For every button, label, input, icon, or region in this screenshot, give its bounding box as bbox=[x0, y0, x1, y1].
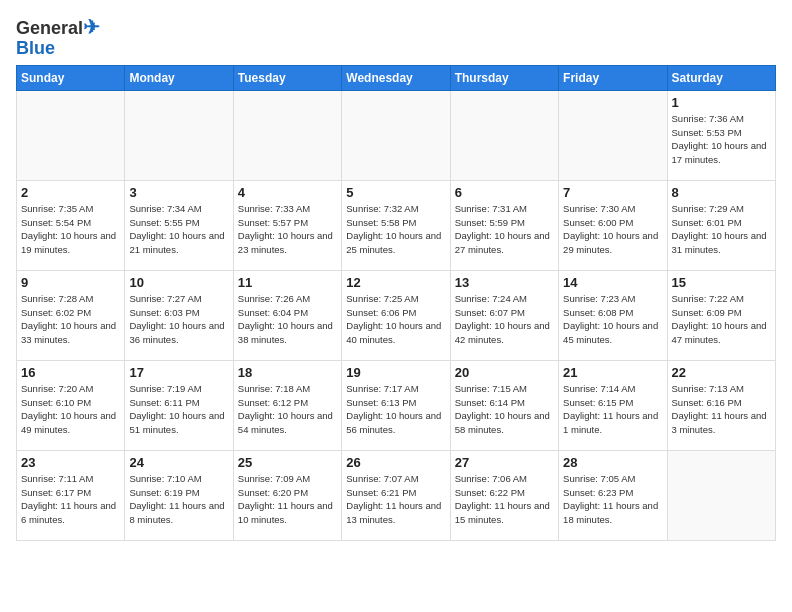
weekday-header-sunday: Sunday bbox=[17, 65, 125, 90]
day-number: 4 bbox=[238, 185, 337, 200]
day-info: Sunrise: 7:26 AMSunset: 6:04 PMDaylight:… bbox=[238, 292, 337, 347]
day-number: 9 bbox=[21, 275, 120, 290]
day-number: 22 bbox=[672, 365, 771, 380]
calendar-cell: 5Sunrise: 7:32 AMSunset: 5:58 PMDaylight… bbox=[342, 180, 450, 270]
calendar-cell: 27Sunrise: 7:06 AMSunset: 6:22 PMDayligh… bbox=[450, 450, 558, 540]
weekday-header-wednesday: Wednesday bbox=[342, 65, 450, 90]
calendar-cell: 3Sunrise: 7:34 AMSunset: 5:55 PMDaylight… bbox=[125, 180, 233, 270]
calendar-cell: 10Sunrise: 7:27 AMSunset: 6:03 PMDayligh… bbox=[125, 270, 233, 360]
calendar-cell: 28Sunrise: 7:05 AMSunset: 6:23 PMDayligh… bbox=[559, 450, 667, 540]
day-number: 14 bbox=[563, 275, 662, 290]
calendar-cell bbox=[450, 90, 558, 180]
day-number: 11 bbox=[238, 275, 337, 290]
day-info: Sunrise: 7:15 AMSunset: 6:14 PMDaylight:… bbox=[455, 382, 554, 437]
calendar-cell bbox=[559, 90, 667, 180]
calendar-cell: 18Sunrise: 7:18 AMSunset: 6:12 PMDayligh… bbox=[233, 360, 341, 450]
calendar-cell bbox=[17, 90, 125, 180]
calendar-cell: 23Sunrise: 7:11 AMSunset: 6:17 PMDayligh… bbox=[17, 450, 125, 540]
day-info: Sunrise: 7:30 AMSunset: 6:00 PMDaylight:… bbox=[563, 202, 662, 257]
day-number: 16 bbox=[21, 365, 120, 380]
calendar-week-3: 16Sunrise: 7:20 AMSunset: 6:10 PMDayligh… bbox=[17, 360, 776, 450]
day-number: 13 bbox=[455, 275, 554, 290]
calendar-cell bbox=[125, 90, 233, 180]
day-number: 28 bbox=[563, 455, 662, 470]
calendar-cell: 25Sunrise: 7:09 AMSunset: 6:20 PMDayligh… bbox=[233, 450, 341, 540]
calendar-cell: 8Sunrise: 7:29 AMSunset: 6:01 PMDaylight… bbox=[667, 180, 775, 270]
day-number: 24 bbox=[129, 455, 228, 470]
calendar-cell: 21Sunrise: 7:14 AMSunset: 6:15 PMDayligh… bbox=[559, 360, 667, 450]
day-number: 25 bbox=[238, 455, 337, 470]
logo: General✈ Blue bbox=[16, 16, 100, 57]
calendar-cell bbox=[233, 90, 341, 180]
calendar-cell: 19Sunrise: 7:17 AMSunset: 6:13 PMDayligh… bbox=[342, 360, 450, 450]
calendar-cell bbox=[342, 90, 450, 180]
day-number: 17 bbox=[129, 365, 228, 380]
calendar-table: SundayMondayTuesdayWednesdayThursdayFrid… bbox=[16, 65, 776, 541]
day-info: Sunrise: 7:18 AMSunset: 6:12 PMDaylight:… bbox=[238, 382, 337, 437]
day-info: Sunrise: 7:35 AMSunset: 5:54 PMDaylight:… bbox=[21, 202, 120, 257]
calendar-cell: 24Sunrise: 7:10 AMSunset: 6:19 PMDayligh… bbox=[125, 450, 233, 540]
day-info: Sunrise: 7:34 AMSunset: 5:55 PMDaylight:… bbox=[129, 202, 228, 257]
calendar-cell: 9Sunrise: 7:28 AMSunset: 6:02 PMDaylight… bbox=[17, 270, 125, 360]
day-info: Sunrise: 7:06 AMSunset: 6:22 PMDaylight:… bbox=[455, 472, 554, 527]
logo-general: General bbox=[16, 18, 83, 38]
day-info: Sunrise: 7:32 AMSunset: 5:58 PMDaylight:… bbox=[346, 202, 445, 257]
day-info: Sunrise: 7:05 AMSunset: 6:23 PMDaylight:… bbox=[563, 472, 662, 527]
day-info: Sunrise: 7:25 AMSunset: 6:06 PMDaylight:… bbox=[346, 292, 445, 347]
day-number: 19 bbox=[346, 365, 445, 380]
calendar-cell: 7Sunrise: 7:30 AMSunset: 6:00 PMDaylight… bbox=[559, 180, 667, 270]
weekday-header-tuesday: Tuesday bbox=[233, 65, 341, 90]
calendar-cell: 22Sunrise: 7:13 AMSunset: 6:16 PMDayligh… bbox=[667, 360, 775, 450]
calendar-cell: 16Sunrise: 7:20 AMSunset: 6:10 PMDayligh… bbox=[17, 360, 125, 450]
day-number: 8 bbox=[672, 185, 771, 200]
day-info: Sunrise: 7:29 AMSunset: 6:01 PMDaylight:… bbox=[672, 202, 771, 257]
calendar-cell: 20Sunrise: 7:15 AMSunset: 6:14 PMDayligh… bbox=[450, 360, 558, 450]
calendar-cell: 11Sunrise: 7:26 AMSunset: 6:04 PMDayligh… bbox=[233, 270, 341, 360]
weekday-header-monday: Monday bbox=[125, 65, 233, 90]
calendar-week-0: 1Sunrise: 7:36 AMSunset: 5:53 PMDaylight… bbox=[17, 90, 776, 180]
day-info: Sunrise: 7:24 AMSunset: 6:07 PMDaylight:… bbox=[455, 292, 554, 347]
day-number: 2 bbox=[21, 185, 120, 200]
weekday-header-thursday: Thursday bbox=[450, 65, 558, 90]
day-info: Sunrise: 7:36 AMSunset: 5:53 PMDaylight:… bbox=[672, 112, 771, 167]
day-number: 15 bbox=[672, 275, 771, 290]
day-number: 5 bbox=[346, 185, 445, 200]
day-info: Sunrise: 7:23 AMSunset: 6:08 PMDaylight:… bbox=[563, 292, 662, 347]
day-number: 7 bbox=[563, 185, 662, 200]
calendar-cell: 1Sunrise: 7:36 AMSunset: 5:53 PMDaylight… bbox=[667, 90, 775, 180]
day-number: 21 bbox=[563, 365, 662, 380]
day-info: Sunrise: 7:28 AMSunset: 6:02 PMDaylight:… bbox=[21, 292, 120, 347]
day-info: Sunrise: 7:27 AMSunset: 6:03 PMDaylight:… bbox=[129, 292, 228, 347]
day-info: Sunrise: 7:20 AMSunset: 6:10 PMDaylight:… bbox=[21, 382, 120, 437]
calendar-week-2: 9Sunrise: 7:28 AMSunset: 6:02 PMDaylight… bbox=[17, 270, 776, 360]
calendar-cell: 6Sunrise: 7:31 AMSunset: 5:59 PMDaylight… bbox=[450, 180, 558, 270]
calendar-header: General✈ Blue bbox=[16, 16, 776, 57]
day-info: Sunrise: 7:07 AMSunset: 6:21 PMDaylight:… bbox=[346, 472, 445, 527]
calendar-cell: 13Sunrise: 7:24 AMSunset: 6:07 PMDayligh… bbox=[450, 270, 558, 360]
day-info: Sunrise: 7:11 AMSunset: 6:17 PMDaylight:… bbox=[21, 472, 120, 527]
calendar-cell: 14Sunrise: 7:23 AMSunset: 6:08 PMDayligh… bbox=[559, 270, 667, 360]
calendar-cell: 15Sunrise: 7:22 AMSunset: 6:09 PMDayligh… bbox=[667, 270, 775, 360]
day-info: Sunrise: 7:19 AMSunset: 6:11 PMDaylight:… bbox=[129, 382, 228, 437]
calendar-week-4: 23Sunrise: 7:11 AMSunset: 6:17 PMDayligh… bbox=[17, 450, 776, 540]
logo-blue: Blue bbox=[16, 39, 100, 57]
day-number: 12 bbox=[346, 275, 445, 290]
calendar-cell: 2Sunrise: 7:35 AMSunset: 5:54 PMDaylight… bbox=[17, 180, 125, 270]
day-number: 20 bbox=[455, 365, 554, 380]
weekday-header-friday: Friday bbox=[559, 65, 667, 90]
calendar-cell: 4Sunrise: 7:33 AMSunset: 5:57 PMDaylight… bbox=[233, 180, 341, 270]
day-number: 6 bbox=[455, 185, 554, 200]
calendar-week-1: 2Sunrise: 7:35 AMSunset: 5:54 PMDaylight… bbox=[17, 180, 776, 270]
day-info: Sunrise: 7:13 AMSunset: 6:16 PMDaylight:… bbox=[672, 382, 771, 437]
calendar-cell: 26Sunrise: 7:07 AMSunset: 6:21 PMDayligh… bbox=[342, 450, 450, 540]
day-number: 26 bbox=[346, 455, 445, 470]
day-info: Sunrise: 7:33 AMSunset: 5:57 PMDaylight:… bbox=[238, 202, 337, 257]
day-info: Sunrise: 7:09 AMSunset: 6:20 PMDaylight:… bbox=[238, 472, 337, 527]
day-number: 3 bbox=[129, 185, 228, 200]
day-number: 23 bbox=[21, 455, 120, 470]
day-info: Sunrise: 7:22 AMSunset: 6:09 PMDaylight:… bbox=[672, 292, 771, 347]
day-info: Sunrise: 7:31 AMSunset: 5:59 PMDaylight:… bbox=[455, 202, 554, 257]
calendar-cell bbox=[667, 450, 775, 540]
day-info: Sunrise: 7:17 AMSunset: 6:13 PMDaylight:… bbox=[346, 382, 445, 437]
day-number: 18 bbox=[238, 365, 337, 380]
